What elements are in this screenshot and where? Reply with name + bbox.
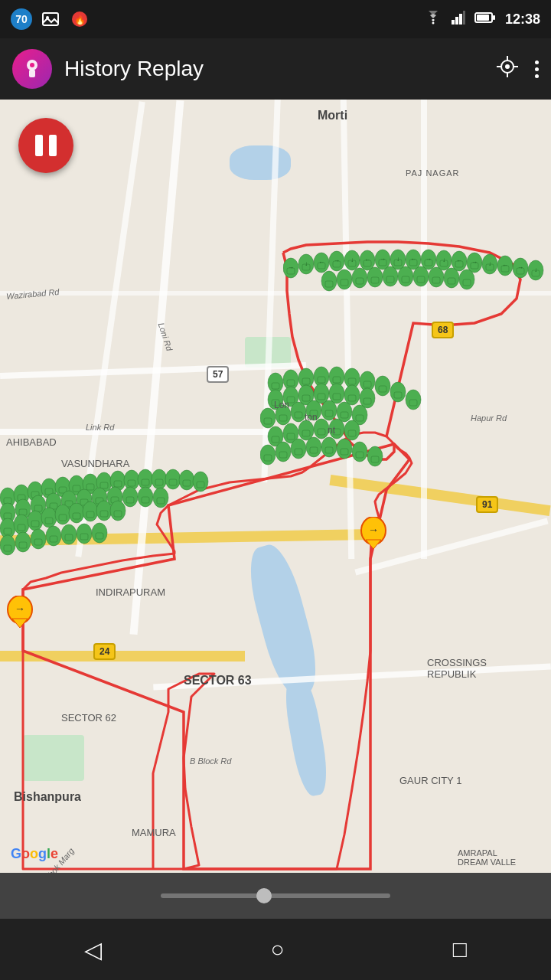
- svg-rect-191: [379, 386, 386, 392]
- svg-rect-233: [333, 429, 341, 435]
- svg-rect-179: [287, 380, 295, 386]
- svg-text:↓: ↓: [396, 256, 399, 263]
- svg-rect-113: [142, 479, 149, 485]
- svg-rect-103: [73, 485, 80, 492]
- svg-rect-119: [183, 480, 191, 486]
- recents-button[interactable]: □: [430, 929, 490, 970]
- current-position-marker: →: [360, 517, 387, 552]
- page-title: History Replay: [64, 57, 483, 81]
- start-marker: →: [6, 596, 34, 631]
- notification-badge-70: 70: [11, 8, 32, 30]
- back-button[interactable]: ◁: [61, 929, 125, 971]
- svg-rect-185: [333, 377, 341, 383]
- svg-rect-117: [169, 479, 177, 485]
- svg-rect-197: [272, 400, 279, 406]
- svg-rect-177: [272, 383, 279, 389]
- svg-rect-125: [19, 509, 27, 515]
- scrubber-thumb[interactable]: [256, 888, 272, 903]
- svg-rect-203: [318, 394, 325, 400]
- gps-markers-left: [0, 421, 245, 574]
- svg-rect-11: [493, 15, 495, 20]
- svg-text:→: →: [471, 259, 478, 266]
- svg-rect-173: [80, 534, 88, 540]
- svg-rect-141: [142, 497, 149, 503]
- svg-marker-253: [366, 540, 381, 549]
- more-options-button[interactable]: [535, 60, 539, 78]
- svg-rect-64: [386, 276, 394, 283]
- svg-rect-213: [279, 415, 287, 421]
- svg-rect-161: [114, 511, 122, 517]
- svg-rect-0: [43, 13, 58, 25]
- home-button[interactable]: ○: [247, 929, 307, 970]
- svg-rect-151: [45, 518, 53, 524]
- pause-button[interactable]: [18, 118, 73, 173]
- svg-rect-239: [279, 452, 287, 458]
- svg-rect-153: [59, 514, 67, 521]
- svg-text:←: ←: [364, 256, 370, 263]
- location-crosshair-button[interactable]: [495, 54, 520, 84]
- nav-bar: ◁ ○ □: [0, 919, 551, 980]
- svg-rect-223: [356, 415, 364, 421]
- svg-rect-60: [356, 278, 364, 284]
- battery-icon: [474, 11, 496, 27]
- signal-icon: [452, 11, 465, 28]
- svg-rect-243: [310, 447, 318, 453]
- svg-rect-111: [128, 480, 135, 486]
- svg-rect-227: [287, 433, 295, 439]
- svg-point-4: [432, 22, 434, 24]
- highway-badge-24: 24: [93, 643, 116, 660]
- flame-icon: 🔥: [69, 11, 90, 28]
- svg-text:←: ←: [502, 262, 508, 269]
- svg-rect-231: [318, 429, 325, 435]
- svg-rect-207: [348, 395, 356, 401]
- svg-rect-7: [459, 14, 462, 24]
- svg-point-20: [506, 65, 509, 68]
- svg-rect-72: [448, 278, 455, 284]
- svg-rect-169: [50, 536, 57, 542]
- svg-rect-189: [364, 381, 371, 387]
- svg-rect-221: [341, 412, 348, 418]
- svg-text:🔥: 🔥: [74, 14, 86, 25]
- svg-rect-155: [73, 513, 80, 519]
- svg-rect-205: [333, 394, 341, 400]
- svg-rect-181: [302, 378, 310, 384]
- svg-text:↓: ↓: [488, 260, 491, 267]
- svg-rect-175: [96, 533, 103, 539]
- svg-rect-201: [302, 395, 310, 401]
- svg-rect-225: [272, 436, 279, 443]
- pause-icon: [35, 135, 57, 156]
- svg-text:↓: ↓: [350, 256, 354, 263]
- svg-rect-159: [100, 511, 108, 517]
- svg-text:↓: ↓: [442, 256, 445, 263]
- scrubber-bar[interactable]: [0, 873, 551, 919]
- svg-rect-219: [325, 410, 333, 416]
- svg-rect-145: [4, 528, 11, 534]
- svg-rect-237: [264, 455, 272, 461]
- highway-badge-68: 68: [432, 322, 454, 338]
- svg-rect-5: [452, 20, 455, 24]
- svg-rect-167: [34, 539, 42, 545]
- svg-rect-109: [114, 481, 122, 487]
- svg-rect-115: [155, 479, 163, 485]
- svg-rect-56: [325, 281, 333, 287]
- google-logo: Google: [11, 846, 58, 862]
- svg-rect-8: [463, 11, 465, 24]
- svg-rect-209: [364, 398, 371, 404]
- svg-rect-245: [325, 447, 333, 453]
- svg-rect-247: [341, 449, 348, 455]
- svg-text:→: →: [517, 264, 523, 271]
- gps-markers-top: →↓← →↓← →↓← →↓← →↓← →↓: [283, 226, 551, 318]
- map-container[interactable]: →↓← →↓← →↓← →↓← →↓← →↓: [0, 100, 551, 873]
- svg-rect-251: [371, 456, 379, 462]
- svg-rect-163: [4, 545, 11, 551]
- svg-rect-249: [356, 452, 364, 458]
- gps-markers-middle: [260, 360, 429, 485]
- svg-point-14: [30, 63, 34, 67]
- scrubber-track[interactable]: [161, 893, 390, 898]
- svg-rect-215: [295, 412, 302, 418]
- svg-text:←: ←: [456, 257, 462, 264]
- svg-rect-105: [86, 484, 94, 490]
- status-time: 12:38: [505, 11, 540, 28]
- svg-rect-74: [463, 279, 471, 286]
- svg-text:→: →: [334, 257, 340, 264]
